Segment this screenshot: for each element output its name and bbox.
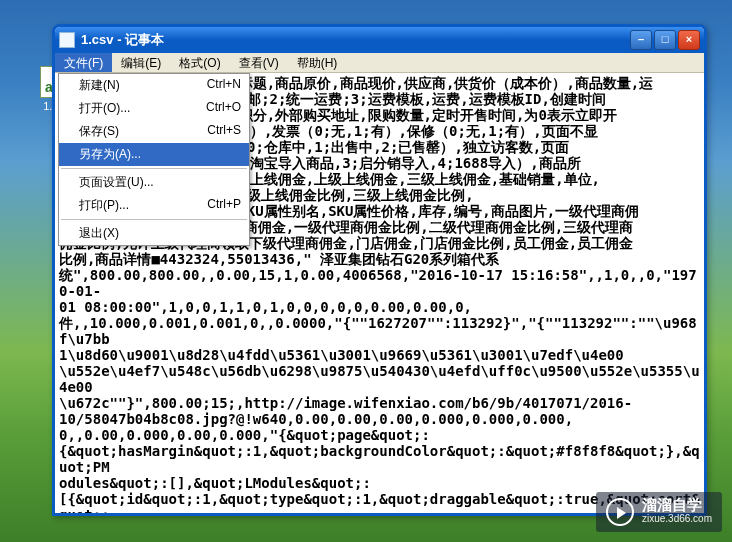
- menu-view[interactable]: 查看(V): [230, 53, 288, 72]
- file-dropdown: 新建(N) Ctrl+N 打开(O)... Ctrl+O 保存(S) Ctrl+…: [58, 73, 250, 246]
- menu-label: 保存(S): [79, 123, 207, 140]
- close-button[interactable]: ×: [678, 30, 700, 50]
- notepad-window: 1.csv - 记事本 – □ × 文件(F) 编辑(E) 格式(O) 查看(V…: [52, 24, 707, 516]
- menu-item-open[interactable]: 打开(O)... Ctrl+O: [59, 97, 249, 120]
- menu-edit[interactable]: 编辑(E): [112, 53, 170, 72]
- menubar: 文件(F) 编辑(E) 格式(O) 查看(V) 帮助(H): [55, 53, 704, 73]
- window-title: 1.csv - 记事本: [81, 31, 630, 49]
- menu-file[interactable]: 文件(F): [55, 53, 112, 72]
- watermark[interactable]: 溜溜自学 zixue.3d66.com: [596, 492, 722, 532]
- menu-shortcut: Ctrl+S: [207, 123, 241, 140]
- menu-item-exit[interactable]: 退出(X): [59, 222, 249, 245]
- menu-separator: [61, 168, 247, 169]
- menu-item-save[interactable]: 保存(S) Ctrl+S: [59, 120, 249, 143]
- menu-shortcut: Ctrl+N: [207, 77, 241, 94]
- menu-label: 打开(O)...: [79, 100, 206, 117]
- menu-item-save-as[interactable]: 另存为(A)...: [59, 143, 249, 166]
- titlebar[interactable]: 1.csv - 记事本 – □ ×: [55, 27, 704, 53]
- menu-help[interactable]: 帮助(H): [288, 53, 347, 72]
- play-icon: [606, 498, 634, 526]
- minimize-button[interactable]: –: [630, 30, 652, 50]
- watermark-title: 溜溜自学: [642, 498, 712, 512]
- menu-label: 新建(N): [79, 77, 207, 94]
- watermark-url: zixue.3d66.com: [642, 512, 712, 526]
- menu-shortcut: Ctrl+P: [207, 197, 241, 214]
- menu-item-print[interactable]: 打印(P)... Ctrl+P: [59, 194, 249, 217]
- menu-shortcut: Ctrl+O: [206, 100, 241, 117]
- menu-item-new[interactable]: 新建(N) Ctrl+N: [59, 74, 249, 97]
- menu-label: 页面设置(U)...: [79, 174, 241, 191]
- menu-separator: [61, 219, 247, 220]
- maximize-button[interactable]: □: [654, 30, 676, 50]
- menu-label: 打印(P)...: [79, 197, 207, 214]
- menu-label: 另存为(A)...: [79, 146, 241, 163]
- menu-label: 退出(X): [79, 225, 241, 242]
- menu-format[interactable]: 格式(O): [170, 53, 229, 72]
- menu-item-page-setup[interactable]: 页面设置(U)...: [59, 171, 249, 194]
- notepad-icon: [59, 32, 75, 48]
